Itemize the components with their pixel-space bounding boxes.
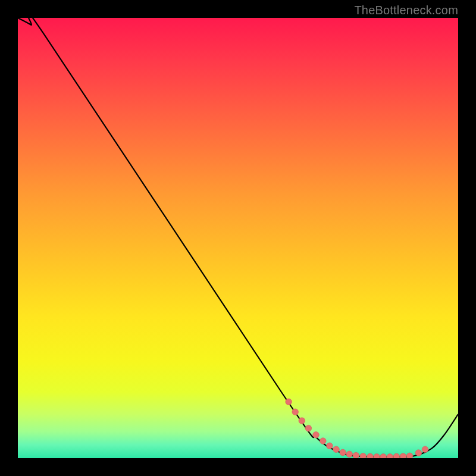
curve-dot bbox=[387, 454, 393, 459]
curve-dot bbox=[292, 409, 299, 415]
curve-dot bbox=[313, 432, 320, 439]
curve-dot bbox=[374, 454, 380, 459]
curve-sample-dots bbox=[286, 399, 428, 458]
curve-dot bbox=[305, 425, 312, 431]
curve-dot bbox=[286, 399, 292, 405]
curve-dot bbox=[333, 446, 340, 453]
chart-overlay bbox=[18, 18, 458, 458]
curve-dot bbox=[422, 446, 428, 453]
curve-dot bbox=[367, 453, 374, 458]
curve-dot bbox=[360, 453, 367, 458]
curve-dot bbox=[380, 454, 387, 459]
curve-dot bbox=[320, 438, 327, 444]
curve-dot bbox=[406, 453, 413, 458]
curve-dot bbox=[415, 450, 422, 456]
curve-dot bbox=[346, 451, 353, 458]
curve-dot bbox=[393, 453, 400, 458]
curve-dot bbox=[327, 443, 333, 449]
curve-dot bbox=[299, 418, 305, 424]
curve-dot bbox=[353, 452, 359, 458]
watermark-label: TheBottleneck.com bbox=[354, 4, 458, 17]
bottleneck-curve bbox=[18, 18, 458, 457]
chart-container: { "watermark": "TheBottleneck.com", "col… bbox=[0, 0, 476, 476]
curve-dot bbox=[400, 453, 406, 458]
curve-dot bbox=[340, 449, 346, 456]
